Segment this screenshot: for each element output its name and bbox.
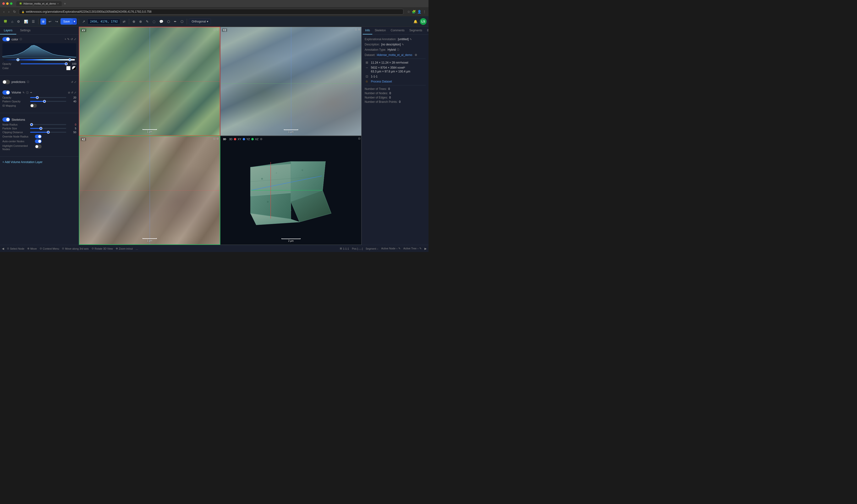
tab-settings[interactable]: Settings [16, 27, 34, 34]
annotation-type-info-icon[interactable]: ⓘ [397, 48, 399, 51]
skeletons-toggle[interactable] [2, 117, 10, 122]
bell-icon[interactable]: 🔔 [412, 18, 419, 24]
predictions-toggle[interactable] [2, 80, 10, 84]
color-expand-icon[interactable]: ⤢ [74, 37, 76, 41]
back-button[interactable]: ‹ [2, 9, 5, 14]
range-slider-track[interactable] [4, 59, 75, 61]
pattern-opacity-slider[interactable] [30, 101, 66, 102]
viewport-xz[interactable]: XZ ⊡ ⚙ 1 µm [79, 136, 220, 245]
invert-icon[interactable] [72, 66, 76, 70]
forward-button[interactable]: › [7, 9, 11, 14]
dataset-gear-icon[interactable]: ⚙ [415, 53, 417, 57]
pencil-icon[interactable]: ✎ [145, 18, 150, 24]
3d-settings-icon[interactable]: ⚙ [260, 137, 263, 141]
lasso-icon[interactable]: ⊗ [138, 18, 144, 24]
color-add-icon[interactable]: + [65, 37, 66, 41]
xy-maximize-icon[interactable]: ⊡ [213, 28, 216, 31]
browser-tab[interactable]: 🍀 l4dense_motta_et_al_demo × [16, 1, 62, 6]
3d-maximize-icon[interactable]: ⊡ [358, 137, 360, 140]
maximize-button[interactable] [10, 2, 13, 5]
volume-reset-icon[interactable]: ↺ [71, 91, 73, 94]
extension-icon[interactable]: 🧩 [412, 10, 416, 14]
xz-maximize-icon[interactable]: ⊡ [213, 137, 216, 140]
clipping-distance-slider[interactable] [30, 132, 66, 133]
view-mode-selector[interactable]: Orthogonal ▾ [189, 19, 211, 24]
minimize-button[interactable] [6, 2, 9, 5]
color-swatch[interactable] [66, 66, 70, 70]
home-icon[interactable]: ⌂ [10, 18, 15, 24]
yz-settings-icon[interactable]: ⚙ [358, 28, 360, 31]
active-tool-icon[interactable]: ⊕ [40, 18, 46, 24]
redo-icon[interactable]: ↪ [54, 18, 60, 24]
save-dropdown-button[interactable]: ▾ [72, 18, 77, 24]
status-nav-right[interactable]: ▶ [424, 247, 426, 250]
cube-icon[interactable]: ⬡ [179, 18, 185, 24]
override-node-radius-toggle[interactable] [35, 135, 41, 138]
hierarchy-icon[interactable]: ⚙ [16, 18, 21, 24]
yz-maximize-icon[interactable]: ⊡ [355, 28, 357, 31]
particle-size-thumb[interactable] [39, 127, 42, 130]
color-edit-icon[interactable]: ✎ [67, 37, 70, 41]
viewport-xy[interactable]: XY ⊡ ⚙ 1 µm [79, 27, 220, 136]
id-mapping-toggle[interactable] [30, 104, 37, 107]
volume-expand-icon[interactable]: ⤢ [74, 91, 76, 94]
range-thumb-left[interactable] [17, 58, 19, 61]
tab-segments[interactable]: Segments [407, 27, 425, 34]
tab-comments[interactable]: Comments [388, 27, 407, 34]
new-tab-button[interactable]: + [64, 2, 66, 5]
tab-bboxes[interactable]: BBoxes [425, 27, 428, 34]
predictions-expand-icon[interactable]: ⤢ [74, 81, 76, 84]
tab-layers[interactable]: Layers [0, 27, 16, 34]
volume-info-icon[interactable]: ⓘ [26, 91, 29, 95]
color-reset-icon[interactable]: ↺ [70, 37, 73, 41]
add-volume-layer-button[interactable]: + Add Volume Annotation Layer [0, 158, 79, 166]
volume-pen-icon[interactable]: ✒ [30, 91, 32, 94]
highlight-commented-toggle[interactable] [35, 145, 41, 149]
volume-edit-icon[interactable]: ✎ [22, 91, 24, 94]
profile-icon[interactable]: 👤 [417, 10, 421, 14]
xz-settings-icon[interactable]: ⚙ [216, 137, 219, 140]
tab-skeleton[interactable]: Skeleton [372, 27, 388, 34]
swap-icon[interactable]: ⇄ [121, 18, 127, 24]
save-button[interactable]: Save [61, 18, 72, 24]
more-options-icon[interactable]: ⋮ [423, 10, 426, 14]
pointer-icon[interactable]: ↗ [81, 18, 87, 24]
opacity-slider[interactable] [20, 63, 66, 64]
undo-icon[interactable]: ↩ [47, 18, 53, 24]
process-dataset-link[interactable]: Process Dataset [371, 80, 392, 83]
xy-settings-icon[interactable]: ⚙ [216, 28, 219, 31]
node-radius-slider[interactable] [30, 124, 66, 125]
tab-close-button[interactable]: × [57, 2, 59, 5]
node-radius-thumb[interactable] [30, 123, 33, 126]
predictions-reset-icon[interactable]: ↺ [71, 81, 73, 84]
color-layer-toggle[interactable] [2, 37, 10, 41]
explorational-edit-icon[interactable]: ✎ [409, 38, 412, 41]
tab-info[interactable]: Info [363, 27, 372, 34]
crosshair-icon[interactable]: ⊕ [131, 18, 137, 24]
opacity-thumb[interactable] [65, 62, 68, 65]
fill-icon[interactable]: ⬡ [166, 18, 171, 24]
status-nav-left[interactable]: ◀ [2, 247, 4, 250]
range-thumb-right[interactable] [68, 58, 71, 61]
address-bar[interactable]: 🔒 webknossos.org/annotations/Exploration… [19, 9, 403, 15]
close-button[interactable] [2, 2, 5, 5]
viewport-3d[interactable]: 3D 3D XY YZ XZ ⚙ ⊡ 2 µm [220, 136, 362, 245]
node-icon[interactable]: ✒ [172, 18, 178, 24]
reload-button[interactable]: ↻ [12, 9, 17, 14]
color-layer-info-icon[interactable]: ⓘ [20, 37, 22, 41]
volume-block-icon[interactable]: ⊘ [68, 91, 70, 94]
description-edit-icon[interactable]: ✎ [402, 43, 404, 46]
dataset-link[interactable]: l4dense_motta_et_al_demo [377, 53, 412, 57]
clipping-distance-thumb[interactable] [47, 131, 50, 134]
particle-size-slider[interactable] [30, 128, 66, 129]
viewport-yz[interactable]: YZ ⊡ ⚙ 1 µm [220, 27, 362, 136]
settings-icon[interactable]: ☰ [30, 18, 36, 24]
eraser-icon[interactable]: ◌ [151, 18, 157, 24]
comment-icon[interactable]: 💬 [158, 18, 165, 24]
volume-toggle[interactable] [2, 90, 10, 95]
pattern-opacity-thumb[interactable] [43, 100, 46, 103]
predictions-info-icon[interactable]: ⓘ [27, 80, 29, 84]
auto-center-toggle[interactable] [35, 139, 41, 143]
volume-opacity-thumb[interactable] [36, 96, 39, 99]
histogram-range-slider[interactable] [4, 59, 75, 61]
